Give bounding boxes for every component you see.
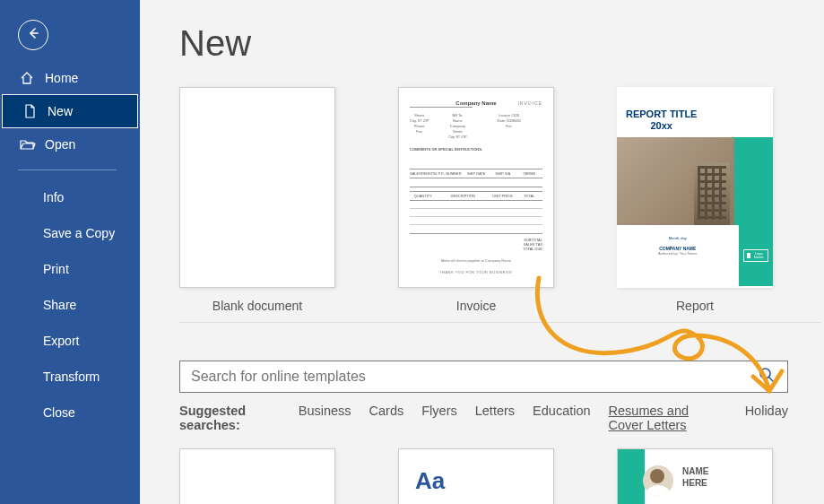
sidebar-item-label: Home: [45, 71, 78, 85]
sidebar-item-export[interactable]: Export: [0, 323, 140, 359]
suggested-link-education[interactable]: Education: [533, 404, 591, 418]
sidebar-item-close[interactable]: Close: [0, 395, 140, 430]
sidebar-item-new[interactable]: New: [2, 94, 138, 128]
suggested-link-business[interactable]: Business: [299, 404, 351, 418]
online-templates-row: Aa NAMEHERE: [179, 448, 820, 504]
template-blank-document[interactable]: Blank document: [179, 87, 335, 322]
suggested-link-letters[interactable]: Letters: [475, 404, 515, 418]
template-search-area: Suggested searches: Business Cards Flyer…: [179, 361, 788, 432]
featured-templates-row: Blank document Company Name INVOICE Stre…: [179, 87, 820, 323]
back-button[interactable]: [18, 20, 48, 50]
sidebar-item-transform[interactable]: Transform: [0, 359, 140, 395]
template-result[interactable]: Aa: [398, 448, 554, 504]
suggested-searches-row: Suggested searches: Business Cards Flyer…: [179, 404, 788, 432]
arrow-left-icon: [26, 26, 40, 44]
template-label: Blank document: [179, 299, 335, 322]
style-sample: Aa: [399, 449, 553, 495]
template-invoice[interactable]: Company Name INVOICE StreetCity, ST ZIPP…: [398, 87, 554, 322]
invoice-badge: INVOICE: [517, 100, 542, 106]
main-panel: New Blank document Company Name INVOICE …: [140, 0, 824, 504]
template-thumbnail: REPORT TITLE20xx Month, day COMPANY NAME…: [617, 87, 773, 288]
svg-point-1: [760, 369, 770, 378]
search-input[interactable]: [180, 369, 746, 385]
sidebar-divider: [18, 169, 117, 170]
document-icon: [22, 104, 39, 118]
suggested-link-resumes-and-cover-letters[interactable]: Resumes and Cover Letters: [609, 404, 727, 432]
template-thumbnail: Company Name INVOICE StreetCity, ST ZIPP…: [398, 87, 554, 288]
folder-open-icon: [20, 138, 36, 151]
template-label: Invoice: [398, 299, 554, 322]
template-label: Report: [617, 299, 773, 322]
template-thumbnail: [179, 87, 335, 288]
suggested-link-cards[interactable]: Cards: [369, 404, 404, 418]
search-box: [179, 361, 788, 393]
template-result[interactable]: [179, 448, 335, 504]
sidebar-item-print[interactable]: Print: [0, 251, 140, 287]
sidebar-item-home[interactable]: Home: [0, 62, 140, 94]
sidebar-item-save-a-copy[interactable]: Save a Copy: [0, 215, 140, 251]
suggested-label: Suggested searches:: [179, 404, 275, 432]
sidebar-item-info[interactable]: Info: [0, 179, 140, 215]
suggested-link-holiday[interactable]: Holiday: [745, 404, 788, 418]
sidebar-item-open[interactable]: Open: [0, 128, 140, 161]
template-report[interactable]: REPORT TITLE20xx Month, day COMPANY NAME…: [617, 87, 773, 322]
sidebar-item-label: New: [48, 104, 73, 118]
avatar-icon: [643, 465, 673, 496]
suggested-link-flyers[interactable]: Flyers: [421, 404, 456, 418]
home-icon: [20, 71, 36, 85]
search-icon[interactable]: [746, 367, 787, 387]
backstage-sidebar: Home New Open Info Save a Copy Print Sha…: [0, 0, 140, 504]
sidebar-item-share[interactable]: Share: [0, 287, 140, 323]
sidebar-item-label: Open: [45, 137, 75, 152]
svg-line-2: [769, 378, 773, 381]
page-title: New: [179, 23, 824, 64]
template-result-resume[interactable]: NAMEHERE: [617, 448, 773, 504]
